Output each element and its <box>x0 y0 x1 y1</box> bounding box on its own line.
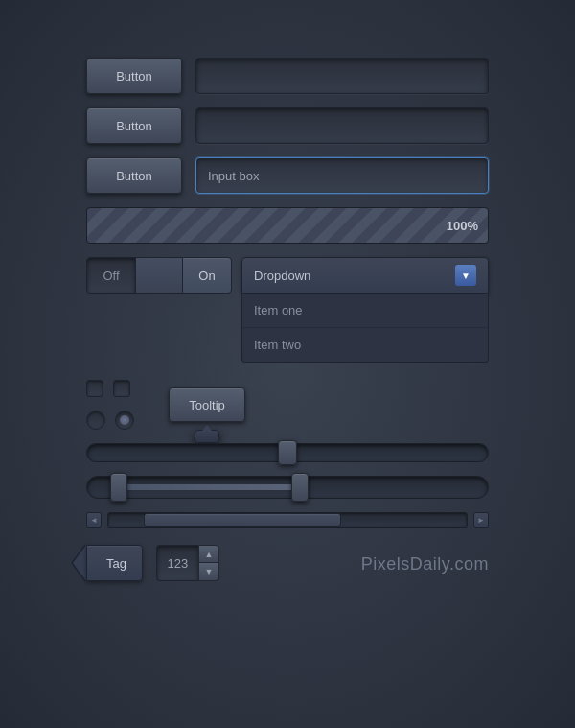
progress-label: 100% <box>447 219 478 233</box>
dropdown-list: Item one Item two <box>242 294 489 363</box>
text-input-3[interactable] <box>196 158 488 193</box>
tag-arrow <box>73 545 86 581</box>
range-slider-container[interactable] <box>86 476 489 499</box>
button-input-row-1: Button <box>86 58 489 94</box>
slider-track-1[interactable] <box>86 443 489 462</box>
checks-tooltip-row: Tooltip <box>86 380 489 430</box>
button-3[interactable]: Button <box>86 157 182 194</box>
button-2[interactable]: Button <box>86 107 182 144</box>
tooltip-button[interactable]: Tooltip <box>169 387 245 422</box>
slider-row-1 <box>86 443 489 462</box>
checkbox-1[interactable] <box>86 380 104 397</box>
scroll-left-arrow[interactable]: ◄ <box>86 512 102 528</box>
number-down-button[interactable]: ▼ <box>198 563 219 581</box>
dropdown-header[interactable]: Dropdown ▼ <box>242 257 489 294</box>
dropdown-arrow-icon: ▼ <box>455 265 476 286</box>
toggle-group: Off On <box>86 257 232 294</box>
text-input-1[interactable] <box>196 59 488 93</box>
tag-button[interactable]: Tag <box>86 545 143 581</box>
number-up-button[interactable]: ▲ <box>198 545 219 563</box>
button-input-row-3: Button <box>86 157 489 194</box>
button-input-row-2: Button <box>86 107 489 144</box>
tooltip-wrapper: Tooltip <box>169 387 245 422</box>
text-input-2[interactable] <box>196 108 488 143</box>
progress-bar-row: 100% <box>86 207 489 244</box>
button-1[interactable]: Button <box>86 58 182 94</box>
range-slider-thumb-left[interactable] <box>110 473 127 502</box>
scroll-right-arrow[interactable]: ► <box>473 512 489 528</box>
progress-fill <box>87 208 488 243</box>
brand-name: PixelsDaily <box>361 554 449 574</box>
number-display: 123 <box>156 545 198 581</box>
checks-radios-col <box>86 380 134 430</box>
brand-suffix: .com <box>449 554 489 574</box>
radio-group <box>86 411 134 430</box>
toggle-off-button[interactable]: Off <box>86 257 136 294</box>
input-field-2[interactable] <box>196 107 489 144</box>
tooltip-bubble <box>195 430 219 443</box>
checkbox-row <box>86 380 134 397</box>
radio-1[interactable] <box>86 411 105 430</box>
number-input: 123 ▲ ▼ <box>156 545 219 581</box>
input-field-1[interactable] <box>196 58 489 94</box>
range-slider-thumb-right[interactable] <box>291 473 309 502</box>
radio-2[interactable] <box>115 411 134 430</box>
bottom-row: Tag 123 ▲ ▼ PixelsDaily.com <box>86 545 489 581</box>
slider-row-2 <box>86 476 489 499</box>
checkbox-2[interactable] <box>113 380 130 397</box>
dropdown-item-1[interactable]: Item one <box>242 294 488 328</box>
slider-thumb-1[interactable] <box>278 440 297 465</box>
progress-bar-container: 100% <box>86 207 489 244</box>
number-controls: ▲ ▼ <box>198 545 219 581</box>
toggle-switch[interactable] <box>136 257 182 294</box>
toggle-dropdown-row: Off On Dropdown ▼ Item one Item two <box>86 257 489 363</box>
dropdown-label: Dropdown <box>254 269 310 283</box>
scroll-handle[interactable] <box>144 513 341 527</box>
dropdown-item-2[interactable]: Item two <box>242 328 488 362</box>
dropdown-wrapper: Dropdown ▼ Item one Item two <box>242 257 489 363</box>
input-field-3[interactable] <box>196 157 489 194</box>
range-slider-fill <box>119 484 299 490</box>
brand-text: PixelsDaily.com <box>233 551 489 575</box>
toggle-on-button[interactable]: On <box>182 257 232 294</box>
scroll-track[interactable] <box>107 512 468 528</box>
scrollbar-row: ◄ ► <box>86 512 489 528</box>
